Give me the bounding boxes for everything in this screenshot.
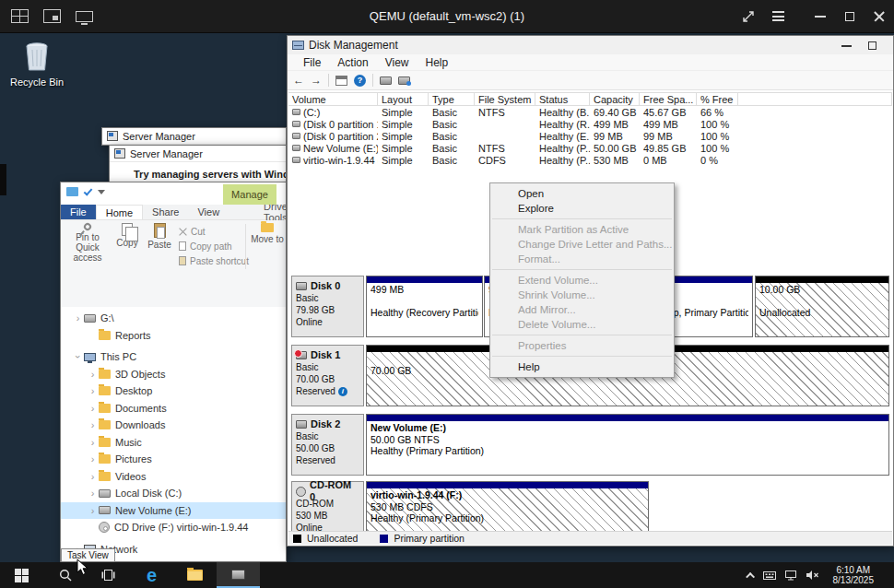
chevron-right-icon[interactable]: › xyxy=(87,419,99,430)
column-header-file-system[interactable]: File System xyxy=(475,93,535,105)
disk-management-taskbar-button[interactable] xyxy=(217,562,260,588)
fullscreen-icon[interactable] xyxy=(734,0,763,33)
menu-icon[interactable] xyxy=(763,0,793,33)
menu-help[interactable]: Help xyxy=(418,56,457,69)
disk-action-icon[interactable] xyxy=(398,76,410,85)
chevron-right-icon[interactable]: › xyxy=(87,453,99,465)
disk-0-header[interactable]: Disk 0 Basic 79.98 GB Online xyxy=(291,276,364,337)
column-header-capacity[interactable]: Capacity xyxy=(590,93,640,105)
unallocated-region[interactable]: 10.00 GB Unallocated xyxy=(755,276,889,337)
nav-item-g-drive[interactable]: › G:\ xyxy=(61,310,286,327)
volume-muted-icon[interactable] xyxy=(806,570,819,581)
nav-item-videos[interactable]: › Videos xyxy=(61,468,286,486)
volume-row-new-volume-e[interactable]: New Volume (E:) Simple Basic NTFS Health… xyxy=(288,142,892,154)
chevron-right-icon[interactable]: › xyxy=(87,385,99,396)
move-to-button[interactable]: Move to xyxy=(249,223,286,244)
tab-share[interactable]: Share xyxy=(143,205,188,219)
nav-item-reports[interactable]: Reports xyxy=(61,327,286,345)
nav-item-documents[interactable]: › Documents xyxy=(61,400,286,417)
tab-file[interactable]: File xyxy=(61,205,96,219)
explorer-logo-icon[interactable] xyxy=(66,187,78,196)
maximize-icon[interactable] xyxy=(835,0,865,33)
manage-contextual-tab[interactable]: Manage xyxy=(223,184,276,205)
minimize-icon[interactable] xyxy=(806,0,835,33)
partition-virtio-f[interactable]: virtio-win-1.9.44 (F:) 530 MB CDFS Healt… xyxy=(366,481,649,534)
chevron-down-icon[interactable]: › xyxy=(73,351,84,363)
partition-new-volume-e[interactable]: New Volume (E:) 50.00 GB NTFS Healthy (P… xyxy=(366,414,889,476)
server-manager-window[interactable]: Server Manager Try managing servers with… xyxy=(109,145,287,185)
file-explorer-button[interactable] xyxy=(173,562,217,588)
window-share-icon[interactable] xyxy=(43,9,61,23)
cdrom-0-header[interactable]: CD-ROM 0 CD-ROM 530 MB Online xyxy=(291,481,364,534)
disk-properties-icon[interactable] xyxy=(380,76,392,85)
nav-item-music[interactable]: › Music xyxy=(61,434,286,452)
tab-home[interactable]: Home xyxy=(96,205,143,219)
disk-management-titlebar[interactable]: Disk Management xyxy=(288,36,893,54)
volume-row-virtio-f[interactable]: virtio-win-1.9.44 (F:) Simple Basic CDFS… xyxy=(288,154,892,166)
volume-row-disk0-part2[interactable]: (Disk 0 partition 2) Simple Basic Health… xyxy=(288,130,892,142)
column-header-free-space[interactable]: Free Spa... xyxy=(640,93,697,105)
forward-icon[interactable]: → xyxy=(311,74,322,87)
server-manager-window-back[interactable]: Server Manager xyxy=(101,127,287,146)
menu-item-open[interactable]: Open xyxy=(490,186,674,201)
partition-recovery[interactable]: 499 MB Healthy (Recovery Partition) xyxy=(366,276,483,337)
recycle-bin[interactable]: Recycle Bin xyxy=(7,41,66,88)
chevron-down-icon[interactable] xyxy=(98,190,105,194)
paste-button[interactable]: Paste xyxy=(144,223,175,250)
chevron-right-icon[interactable]: › xyxy=(87,437,99,448)
copy-button[interactable]: Copy xyxy=(112,223,142,248)
column-header-pct-free[interactable]: % Free xyxy=(697,93,738,105)
copy-path-button[interactable]: Copy path xyxy=(179,239,249,253)
tab-drive-tools[interactable]: Drive Tools xyxy=(254,205,287,219)
nav-item-desktop[interactable]: › Desktop xyxy=(61,382,286,400)
back-icon[interactable]: ← xyxy=(293,74,304,87)
chevron-right-icon[interactable]: › xyxy=(72,312,84,323)
server-manager-titlebar[interactable]: Server Manager xyxy=(102,128,286,145)
chevron-right-icon[interactable]: › xyxy=(87,505,99,516)
qemu-titlebar[interactable]: QEMU (default_vm-wsc2) (1) xyxy=(0,0,894,33)
nav-item-3d-objects[interactable]: › 3D Objects xyxy=(61,366,286,383)
hidden-icons-chevron-icon[interactable] xyxy=(746,571,755,581)
pin-to-quick-access-button[interactable]: Pin to Quick access xyxy=(65,223,111,263)
nav-item-this-pc[interactable]: › This PC xyxy=(61,348,286,366)
column-header-status[interactable]: Status xyxy=(535,93,590,105)
nav-item-downloads[interactable]: › Downloads xyxy=(61,417,286,434)
tab-view[interactable]: View xyxy=(188,205,229,219)
chevron-right-icon[interactable]: › xyxy=(87,369,99,380)
chevron-right-icon[interactable]: › xyxy=(87,403,99,414)
column-header-volume[interactable]: Volume xyxy=(288,93,378,105)
network-icon[interactable] xyxy=(784,570,797,581)
volume-row-disk0-part1[interactable]: (Disk 0 partition 1) Simple Basic Health… xyxy=(288,118,892,130)
close-icon[interactable] xyxy=(865,0,894,33)
window-grid-icon[interactable] xyxy=(11,9,29,23)
menu-item-explore[interactable]: Explore xyxy=(490,201,674,216)
clock[interactable]: 6:10 AM 8/13/2025 xyxy=(828,565,880,585)
check-icon[interactable] xyxy=(84,186,93,195)
nav-item-pictures[interactable]: › Pictures xyxy=(61,451,286,468)
touch-keyboard-icon[interactable] xyxy=(763,570,776,581)
menu-view[interactable]: View xyxy=(377,56,418,69)
menu-action[interactable]: Action xyxy=(329,56,376,69)
paste-shortcut-button[interactable]: Paste shortcut xyxy=(179,253,249,268)
info-icon[interactable] xyxy=(338,387,347,396)
disk-2-header[interactable]: Disk 2 Basic 50.00 GB Reserved xyxy=(291,414,364,476)
left-edge-tab[interactable] xyxy=(0,164,6,195)
explorer-titlebar[interactable]: Manage xyxy=(61,182,286,205)
chevron-right-icon[interactable]: › xyxy=(87,488,99,499)
menu-file[interactable]: File xyxy=(295,56,329,69)
edge-button[interactable]: e xyxy=(130,562,173,588)
start-button[interactable] xyxy=(0,562,43,588)
cut-button[interactable]: Cut xyxy=(179,224,249,239)
chevron-right-icon[interactable]: › xyxy=(87,471,99,482)
console-tree-icon[interactable] xyxy=(335,76,347,86)
volume-row-c[interactable]: (C:) Simple Basic NTFS Healthy (B... 69.… xyxy=(288,106,892,118)
nav-item-new-volume-e[interactable]: › New Volume (E:) xyxy=(61,502,286,520)
task-view-button[interactable] xyxy=(87,562,130,588)
menu-item-help[interactable]: Help xyxy=(490,359,674,374)
column-header-type[interactable]: Type xyxy=(429,93,475,105)
minimize-icon[interactable] xyxy=(836,39,856,53)
server-manager-titlebar[interactable]: Server Manager xyxy=(110,146,286,162)
maximize-icon[interactable] xyxy=(862,39,882,53)
nav-item-local-disk-c[interactable]: › Local Disk (C:) xyxy=(61,485,286,502)
disk-1-header[interactable]: Disk 1 Basic 70.00 GB Reserved xyxy=(291,345,364,406)
